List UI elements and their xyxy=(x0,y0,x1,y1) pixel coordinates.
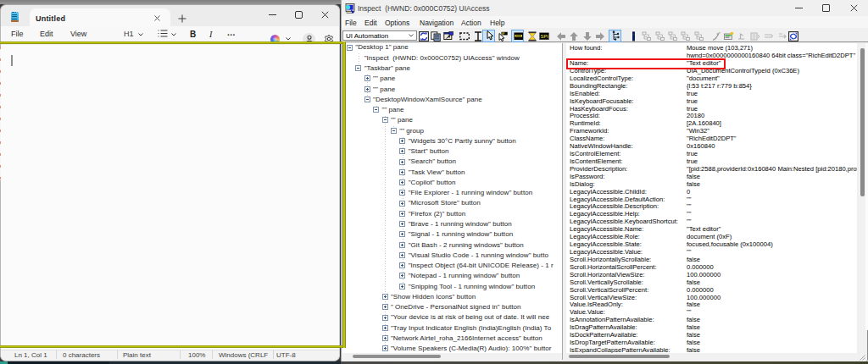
svg-text:SPi: SPi xyxy=(540,34,548,39)
